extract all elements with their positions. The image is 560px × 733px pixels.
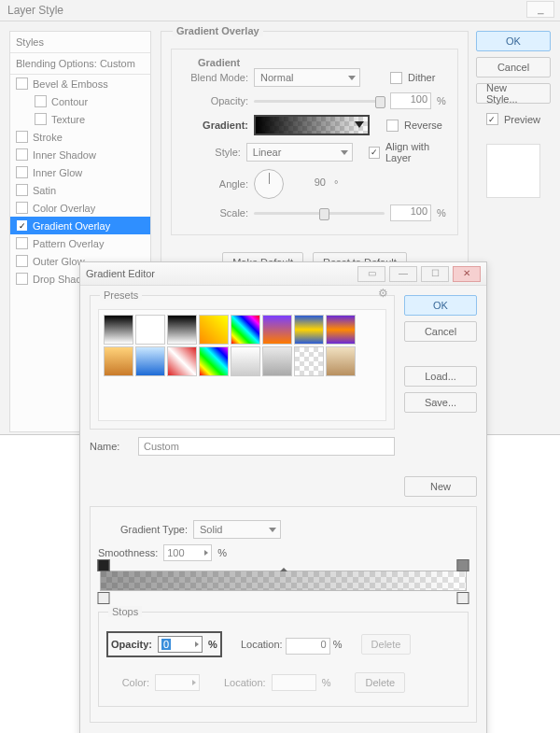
opacity-label: Opacity: [179, 95, 248, 106]
opacity-stop-right[interactable] [457, 559, 469, 571]
effect-checkbox[interactable] [16, 202, 28, 214]
delete-color-stop-button[interactable]: Delete [355, 672, 405, 693]
preview-checkbox[interactable]: ✓ [486, 113, 498, 125]
sidebar-item-color-overlay[interactable]: Color Overlay [10, 199, 150, 217]
preview-swatch [486, 144, 540, 198]
reverse-checkbox[interactable] [386, 120, 399, 132]
color-swatch[interactable] [155, 674, 200, 691]
effect-checkbox[interactable] [16, 166, 28, 178]
sidebar-header-blending[interactable]: Blending Options: Custom [10, 53, 150, 75]
preset-swatch[interactable] [104, 346, 133, 376]
sidebar-item-gradient-overlay[interactable]: ✓Gradient Overlay [10, 217, 150, 234]
effect-checkbox[interactable] [16, 184, 28, 196]
color-stop-left[interactable] [97, 592, 109, 604]
dither-checkbox[interactable] [390, 72, 402, 84]
effect-checkbox[interactable] [16, 255, 28, 267]
align-checkbox[interactable]: ✓ [369, 147, 380, 159]
sidebar-item-inner-glow[interactable]: Inner Glow [10, 163, 150, 181]
smoothness-input[interactable]: 100 [163, 544, 212, 561]
delete-opacity-stop-button[interactable]: Delete [361, 634, 412, 655]
angle-dial[interactable] [254, 169, 284, 199]
name-input[interactable] [138, 437, 395, 456]
color-stop-right[interactable] [457, 592, 469, 604]
ge-load-button[interactable]: Load... [404, 366, 477, 387]
preset-swatch[interactable] [231, 315, 260, 345]
chevron-down-icon [355, 121, 364, 128]
gradient-editor-titlebar[interactable]: Gradient Editor ▭ — ☐ ✕ [80, 262, 486, 286]
sidebar-item-contour[interactable]: Contour [10, 92, 150, 110]
type-label: Gradient Type: [98, 524, 188, 535]
effect-label: Color Overlay [33, 203, 95, 214]
effect-checkbox[interactable] [16, 131, 28, 143]
location2-value[interactable] [272, 674, 316, 691]
presets-menu-icon[interactable]: ⚙ [378, 287, 388, 300]
gradient-ramp[interactable] [100, 571, 467, 591]
cancel-button[interactable]: Cancel [476, 57, 551, 78]
sidebar-item-pattern-overlay[interactable]: Pattern Overlay [10, 234, 150, 252]
name-field[interactable] [144, 441, 389, 452]
stop-opacity-label: Opacity: [111, 639, 152, 650]
sidebar-item-texture[interactable]: Texture [10, 110, 150, 128]
color-label: Color: [106, 677, 149, 688]
minimize-button[interactable]: — [389, 266, 417, 282]
scale-value[interactable]: 100 [390, 204, 431, 221]
maximize-button[interactable]: ☐ [421, 266, 449, 282]
presets-grid [98, 309, 386, 421]
sidebar-item-inner-shadow[interactable]: Inner Shadow [10, 146, 150, 163]
effect-checkbox[interactable] [35, 113, 47, 125]
scale-slider[interactable] [254, 212, 385, 215]
opacity-stop-left[interactable] [97, 559, 109, 571]
opacity-midpoint[interactable] [280, 568, 287, 571]
panel-legend: Gradient Overlay [173, 25, 263, 36]
preset-swatch[interactable] [167, 315, 197, 345]
dither-label: Dither [408, 72, 435, 83]
preset-swatch[interactable] [326, 315, 356, 345]
ge-ok-button[interactable]: OK [404, 295, 477, 316]
preset-swatch[interactable] [199, 346, 229, 376]
ge-new-button[interactable]: New [404, 476, 477, 497]
effect-checkbox[interactable] [16, 78, 28, 90]
stop-opacity-value[interactable]: 0 [161, 639, 171, 650]
gradient-bar[interactable] [100, 571, 467, 591]
effect-checkbox[interactable] [35, 95, 47, 107]
preset-swatch[interactable] [135, 315, 165, 345]
preset-swatch[interactable] [135, 346, 165, 376]
presets-legend: Presets [100, 289, 142, 301]
preset-swatch[interactable] [104, 315, 133, 345]
new-style-button[interactable]: New Style... [476, 83, 551, 104]
style-combo[interactable]: Linear [246, 143, 353, 162]
preset-swatch[interactable] [326, 346, 356, 376]
blend-mode-combo[interactable]: Normal [254, 68, 360, 87]
sidebar-item-stroke[interactable]: Stroke [10, 128, 150, 146]
gradient-swatch[interactable] [254, 115, 370, 135]
preset-swatch[interactable] [294, 346, 324, 376]
preset-swatch[interactable] [262, 315, 292, 345]
ge-cancel-button[interactable]: Cancel [404, 321, 477, 342]
preset-swatch[interactable] [231, 346, 260, 376]
preset-swatch[interactable] [294, 315, 324, 345]
ge-save-button[interactable]: Save... [404, 392, 477, 413]
opacity-slider[interactable] [254, 100, 385, 103]
opacity-value[interactable]: 100 [390, 92, 431, 109]
location-value[interactable]: 0 [286, 638, 330, 655]
window-icon-button[interactable]: ▭ [357, 266, 385, 282]
angle-value[interactable]: 90 [289, 176, 329, 191]
chevron-right-icon [195, 641, 199, 647]
sidebar-item-satin[interactable]: Satin [10, 181, 150, 199]
effect-checkbox[interactable] [16, 273, 28, 285]
sidebar-header-styles[interactable]: Styles [10, 32, 150, 53]
close-button[interactable]: ✕ [453, 266, 481, 282]
type-combo[interactable]: Solid [193, 520, 281, 539]
preset-swatch[interactable] [167, 346, 197, 376]
layer-style-help-button[interactable]: ⎯ [526, 1, 554, 18]
preset-swatch[interactable] [262, 346, 292, 376]
effect-checkbox[interactable] [16, 148, 28, 161]
effect-checkbox[interactable] [16, 237, 28, 249]
preset-swatch[interactable] [199, 315, 229, 345]
blend-mode-value: Normal [260, 72, 293, 83]
ok-button[interactable]: OK [476, 31, 551, 51]
gradient-type-group: Gradient Type: Solid Smoothness: 100 % [90, 506, 477, 723]
chevron-right-icon [204, 550, 208, 556]
effect-checkbox[interactable]: ✓ [16, 219, 28, 232]
sidebar-item-bevel-emboss[interactable]: Bevel & Emboss [10, 75, 150, 92]
